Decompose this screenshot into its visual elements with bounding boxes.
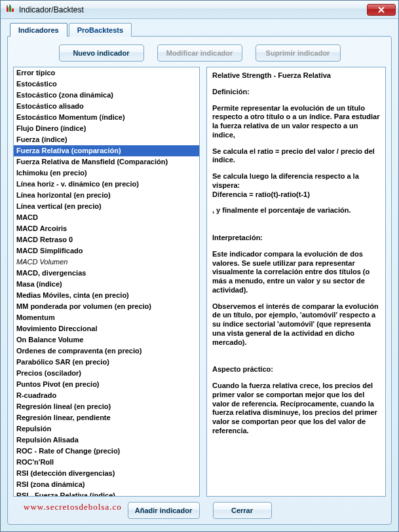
list-item[interactable]: RSI (zona dinámica) xyxy=(14,479,199,490)
list-item[interactable]: R-cuadrado xyxy=(14,390,199,401)
list-item[interactable]: On Balance Volume xyxy=(14,334,199,346)
list-item[interactable]: Momentum xyxy=(14,312,199,323)
list-item[interactable]: ROC - Rate of Change (precio) xyxy=(14,446,199,457)
body-columns: Error típicoEstocásticoEstocástico (zona… xyxy=(13,67,386,497)
description-paragraph: Se calcula el ratio = precio del valor /… xyxy=(212,147,380,166)
description-paragraph: Se calcula luego la diferencia respecto … xyxy=(212,172,380,199)
titlebar: Indicador/Backtest xyxy=(1,1,398,19)
list-item[interactable]: Medias Móviles, cinta (en precio) xyxy=(14,290,199,301)
description-paragraph: Este indicador compara la evolución de d… xyxy=(212,250,380,295)
list-item[interactable]: MACD Simplificado xyxy=(14,245,199,257)
list-item[interactable]: MACD Volumen xyxy=(14,257,199,268)
list-item[interactable]: Estocástico xyxy=(14,79,199,90)
list-item[interactable]: Estocástico Momentum (índice) xyxy=(14,112,199,123)
list-item[interactable]: RSI (detección divergencias) xyxy=(14,468,199,479)
new-indicator-button[interactable]: Nuevo indicador xyxy=(59,44,144,62)
close-button[interactable] xyxy=(367,4,396,16)
list-item[interactable]: Ichimoku (en precio) xyxy=(14,168,199,179)
list-item[interactable]: Precios (oscilador) xyxy=(14,368,199,379)
watermark-text: www.secretosdebolsa.co xyxy=(24,502,122,512)
modify-indicator-button[interactable]: Modificar indicador xyxy=(157,44,242,62)
description-panel: Relative Strength - Fuerza RelativaDefin… xyxy=(206,67,386,497)
svg-rect-2 xyxy=(12,9,14,12)
window-title: Indicador/Backtest xyxy=(19,5,367,14)
description-paragraph: Observemos el interés de comparar la evo… xyxy=(212,302,380,347)
list-item[interactable]: Ordenes de compraventa (en precio) xyxy=(14,346,199,357)
list-item[interactable]: MACD Arcoiris xyxy=(14,223,199,234)
description-paragraph: Interpretación: xyxy=(212,234,380,243)
description-paragraph: Aspecto práctico: xyxy=(212,365,380,374)
description-title: Relative Strength - Fuerza Relativa xyxy=(212,71,380,80)
list-item[interactable]: MACD xyxy=(14,212,199,223)
list-item[interactable]: MM ponderada por volumen (en precio) xyxy=(14,301,199,312)
tab-indicadores[interactable]: Indicadores xyxy=(10,23,67,37)
list-item[interactable]: ROC'n'Roll xyxy=(14,457,199,468)
list-item[interactable]: Estocástico alisado xyxy=(14,101,199,112)
bottom-button-row: www.secretosdebolsa.co Añadir indicador … xyxy=(13,497,386,519)
app-icon xyxy=(5,5,15,15)
list-item[interactable]: Masa (índice) xyxy=(14,279,199,290)
list-item[interactable]: Flujo Dinero (índice) xyxy=(14,123,199,134)
close-dialog-button[interactable]: Cerrar xyxy=(213,502,272,519)
list-item[interactable]: MACD Retraso 0 xyxy=(14,234,199,245)
list-item[interactable]: Regresión lineal (en precio) xyxy=(14,401,199,412)
tab-probacktests[interactable]: ProBacktests xyxy=(69,23,132,37)
list-item[interactable]: Movimiento Direccional xyxy=(14,323,199,334)
description-paragraph: Definición: xyxy=(212,88,380,97)
indicator-listbox[interactable]: Error típicoEstocásticoEstocástico (zona… xyxy=(13,67,200,497)
delete-indicator-button[interactable]: Suprimir indicador xyxy=(256,44,341,62)
close-icon xyxy=(377,7,385,13)
add-indicator-button[interactable]: Añadir indicador xyxy=(128,502,200,519)
list-item[interactable]: Línea horiz - v. dinámico (en precio) xyxy=(14,179,199,190)
list-item[interactable]: Repulsión xyxy=(14,423,199,434)
list-item[interactable]: Error típico xyxy=(14,67,199,79)
list-item[interactable]: Línea vertical (en precio) xyxy=(14,201,199,212)
dialog-window: Indicador/Backtest Indicadores ProBackte… xyxy=(0,0,399,532)
tab-panel-indicadores: Nuevo indicador Modificar indicador Supr… xyxy=(7,36,392,525)
list-item[interactable]: Fuerza Relativa (comparación) xyxy=(14,145,199,156)
list-item[interactable]: RSI - Fuerza Relativa (índice) xyxy=(14,490,199,497)
list-item[interactable]: Parabólico SAR (en precio) xyxy=(14,357,199,368)
description-paragraph: , y finalmente el porcentaje de variació… xyxy=(212,206,380,215)
list-item[interactable]: Línea horizontal (en precio) xyxy=(14,190,199,201)
list-item[interactable]: MACD, divergencias xyxy=(14,268,199,279)
list-item[interactable]: Estocástico (zona dinámica) xyxy=(14,90,199,101)
list-item[interactable]: Puntos Pivot (en precio) xyxy=(14,379,199,390)
svg-rect-0 xyxy=(7,7,9,12)
tab-strip: Indicadores ProBacktests xyxy=(10,23,392,37)
content-area: Indicadores ProBacktests Nuevo indicador… xyxy=(1,19,398,531)
list-item[interactable]: Repulsión Alisada xyxy=(14,434,199,446)
toolbar-row: Nuevo indicador Modificar indicador Supr… xyxy=(13,42,386,67)
list-item[interactable]: Fuerza Relativa de Mansfield (Comparació… xyxy=(14,156,199,168)
list-item[interactable]: Regresión linear, pendiente xyxy=(14,412,199,423)
svg-rect-1 xyxy=(9,6,11,12)
list-item[interactable]: Fuerza (índice) xyxy=(14,134,199,145)
description-paragraph: Permite representar la evolución de un t… xyxy=(212,104,380,140)
description-paragraph: Cuando la fuerza relativa crece, los pre… xyxy=(212,381,380,436)
